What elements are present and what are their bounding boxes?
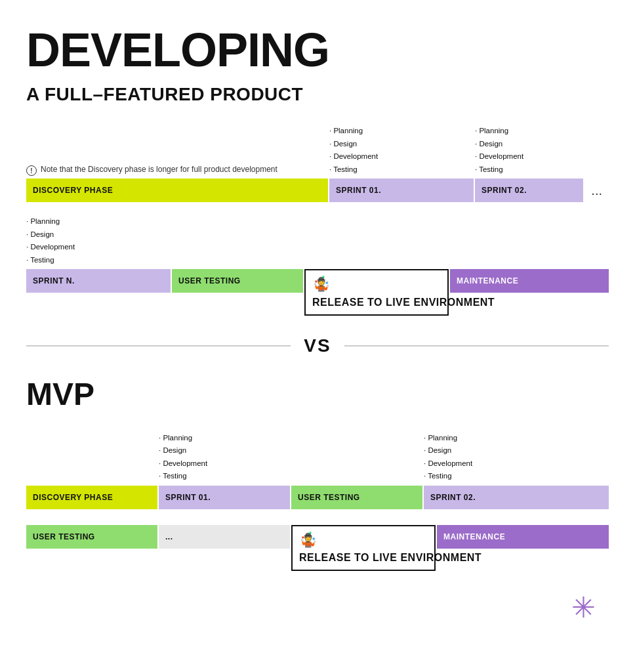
user-testing-bar: USER TESTING xyxy=(172,269,303,293)
full-product-row1-bars: DISCOVERY PHASE SPRINT 01. SPRINT 02. ..… xyxy=(26,178,609,202)
bullet-development: Development xyxy=(329,150,474,163)
note-box: ! Note that the Discovery phase is longe… xyxy=(26,162,328,176)
mvp-sprint02-bullet-list: Planning Design Development Testing xyxy=(424,432,609,483)
mvp-row2: USER TESTING ... 🤹 RELEASE TO LIVE ENVIR… xyxy=(26,522,609,571)
mvp-sprint01-bar: SPRINT 01. xyxy=(159,486,290,509)
sprint02-bullets-area: Planning Design Development Testing xyxy=(475,125,609,176)
mvp-dots-bar: ... xyxy=(159,525,290,549)
bullet-testing2: Testing xyxy=(475,163,609,177)
full-product-row1: ! Note that the Discovery phase is longe… xyxy=(26,125,609,202)
bullet-design-n: Design xyxy=(26,228,171,242)
discovery-phase-bar: DISCOVERY PHASE xyxy=(26,178,328,202)
mvp-sprint02-bullets: Planning Design Development Testing xyxy=(424,432,609,483)
footer: ✳ xyxy=(26,578,609,624)
bullet-planning-n: Planning xyxy=(26,215,171,228)
mvp-title: MVP xyxy=(26,376,609,412)
bullet-design: Design xyxy=(329,138,474,151)
mvp-user-testing-bar2: USER TESTING xyxy=(26,525,157,549)
mvp-row1-bars: DISCOVERY PHASE SPRINT 01. USER TESTING … xyxy=(26,486,609,509)
bullet-design2: Design xyxy=(475,138,609,151)
bullet-testing-n: Testing xyxy=(26,254,171,267)
mvp-maintenance-bar: MAINTENANCE xyxy=(437,525,609,549)
vs-label: VS xyxy=(304,335,331,356)
release-label: RELEASE TO LIVE ENVIRONMENT xyxy=(312,296,495,309)
mvp-release-label: RELEASE TO LIVE ENVIRONMENT xyxy=(299,551,481,564)
mvp-sprint01-bullets: Planning Design Development Testing xyxy=(159,432,290,483)
release-emoji: 🤹 xyxy=(312,276,331,293)
mvp-sprint01-bullet-list: Planning Design Development Testing xyxy=(159,432,290,483)
asterisk-decoration: ✳ xyxy=(26,578,609,624)
maintenance-bar: MAINTENANCE xyxy=(450,269,609,293)
bullet-testing: Testing xyxy=(329,163,474,177)
discovery-note-area: ! Note that the Discovery phase is longe… xyxy=(26,162,328,176)
note-text: Note that the Discovery phase is longer … xyxy=(41,165,277,174)
bullet-development-n: Development xyxy=(26,241,171,254)
main-title: DEVELOPING xyxy=(26,26,609,74)
bullet-development2: Development xyxy=(475,150,609,163)
mvp-sprint02-bar: SPRINT 02. xyxy=(424,486,609,509)
release-bar: 🤹 RELEASE TO LIVE ENVIRONMENT xyxy=(304,269,449,315)
sprintn-bullets-area: Planning Design Development Testing xyxy=(26,215,171,266)
mvp-user-testing-bar: USER TESTING xyxy=(291,486,422,509)
sprint01-bar: SPRINT 01. xyxy=(329,178,474,202)
full-product-section: ! Note that the Discovery phase is longe… xyxy=(26,125,609,316)
vs-line-left xyxy=(26,345,291,346)
mvp-section: MVP Planning Design Development Testing … xyxy=(26,376,609,572)
mvp-release-emoji: 🤹 xyxy=(299,532,318,549)
full-product-row2-bars: SPRINT N. USER TESTING 🤹 RELEASE TO LIVE… xyxy=(26,269,609,315)
sprint01-bullets-area: Planning Design Development Testing xyxy=(329,125,474,176)
sprint02-bar: SPRINT 02. xyxy=(475,178,583,202)
note-icon: ! xyxy=(26,165,37,176)
dots-bar: ... xyxy=(584,178,609,202)
sprint-n-bar: SPRINT N. xyxy=(26,269,171,293)
mvp-row2-bars: USER TESTING ... 🤹 RELEASE TO LIVE ENVIR… xyxy=(26,525,609,571)
vs-divider: VS xyxy=(26,335,609,356)
bullet-planning: Planning xyxy=(329,125,474,138)
sub-title: A FULL–FEATURED PRODUCT xyxy=(26,84,609,105)
full-product-row2: Planning Design Development Testing SPRI… xyxy=(26,215,609,316)
mvp-discovery-bar: DISCOVERY PHASE xyxy=(26,486,157,509)
sprint02-bullet-list: Planning Design Development Testing xyxy=(475,125,609,176)
sprint01-bullet-list: Planning Design Development Testing xyxy=(329,125,474,176)
mvp-row1: Planning Design Development Testing Plan… xyxy=(26,432,609,509)
vs-line-right xyxy=(344,345,609,346)
bullet-planning2: Planning xyxy=(475,125,609,138)
sprintn-bullet-list: Planning Design Development Testing xyxy=(26,215,171,266)
mvp-release-bar: 🤹 RELEASE TO LIVE ENVIRONMENT xyxy=(291,525,436,571)
